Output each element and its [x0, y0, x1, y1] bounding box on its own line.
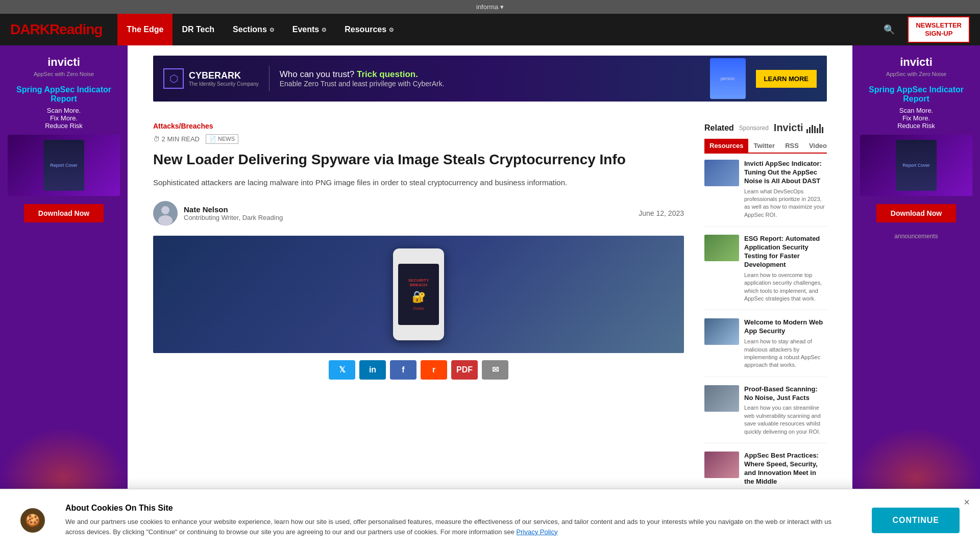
nav-links: The Edge DR Tech Sections ⊙ Events ⊙ Res… [117, 14, 881, 45]
phone-screen: SECURITYBREACH 🔐 Details [398, 264, 439, 325]
article-category[interactable]: Attacks/Breaches [153, 122, 684, 130]
logo-dark: DARK [10, 21, 50, 37]
newsletter-signup-button[interactable]: NEWSLETTER SIGN-UP [908, 16, 970, 42]
share-pdf-button[interactable]: PDF [451, 360, 478, 380]
banner-text: Who can you trust? Trick question. Enabl… [280, 69, 700, 88]
logo-text: DARKReading [10, 21, 102, 37]
logo-reading: Reading [50, 21, 102, 37]
related-item-3-desc: Learn how to stay ahead of malicious att… [744, 338, 827, 369]
nav-dr-tech[interactable]: DR Tech [173, 14, 224, 45]
banner-cta-button[interactable]: LEARN MORE [756, 70, 817, 88]
share-email-button[interactable]: ✉ [482, 360, 508, 380]
related-title: Related [704, 123, 734, 133]
informa-label[interactable]: informa [476, 3, 498, 11]
related-item-3-title[interactable]: Welcome to Modern Web App Security [744, 318, 827, 336]
sidebar-right-image: Report Cover [860, 135, 972, 196]
social-share-bar: 𝕏 in f r PDF ✉ [153, 360, 684, 380]
author-avatar [153, 201, 178, 226]
invicti-sidebar-logo: Invicti [774, 122, 823, 134]
related-thumb-2 [704, 235, 739, 261]
related-thumb-3 [704, 318, 739, 345]
related-item-4-content: Proof-Based Scanning: No Noise, Just Fac… [744, 385, 827, 436]
related-item-4-title[interactable]: Proof-Based Scanning: No Noise, Just Fac… [744, 385, 827, 403]
search-icon[interactable]: 🔍 [881, 21, 897, 38]
sidebar-left-image: Report Cover [8, 135, 120, 196]
main-content: ⬡ CYBERARK The Identity Security Company… [128, 45, 852, 530]
share-reddit-button[interactable]: r [421, 360, 447, 380]
sidebar-left-image-inner: Report Cover [43, 140, 84, 191]
sidebar-left-brand: invicti [47, 56, 80, 69]
sidebar-left-tagline: AppSec with Zero Noise [34, 71, 94, 77]
author-info: Nate Nelson Contributing Writer, Dark Re… [184, 205, 639, 221]
sidebar-right-download-button[interactable]: Download Now [876, 204, 956, 222]
banner-person-image: person [710, 58, 746, 99]
nav-events[interactable]: Events ⊙ [283, 14, 335, 45]
nav-resources[interactable]: Resources ⊙ [335, 14, 403, 45]
close-icon[interactable]: × [964, 496, 970, 508]
svg-point-2 [158, 215, 173, 226]
sidebar-right-ad-title: Spring AppSec Indicator Report [860, 85, 972, 104]
sidebar-right-brand: invicti [900, 56, 933, 69]
navigation: DARKReading The Edge DR Tech Sections ⊙ … [0, 14, 980, 45]
sidebar-left-ad-title: Spring AppSec Indicator Report [8, 85, 120, 104]
author-avatar-image [153, 201, 178, 226]
share-linkedin-button[interactable]: in [359, 360, 386, 380]
article-meta: ⏱ 2 MIN READ 📄 NEWS [153, 134, 684, 144]
cookie-icon: 🍪 [20, 508, 45, 533]
sidebar-right-tagline: AppSec with Zero Noise [886, 71, 946, 77]
cyberark-icon: ⬡ [163, 68, 184, 89]
details-text: Details [413, 307, 424, 310]
lock-icon: 🔐 [412, 290, 426, 304]
related-tab-video[interactable]: Video [804, 139, 832, 153]
page-layout: invicti AppSec with Zero Noise Spring Ap… [0, 45, 980, 530]
svg-point-1 [161, 206, 169, 214]
related-item-1-title[interactable]: Invicti AppSec Indicator: Tuning Out the… [744, 160, 827, 186]
author-name[interactable]: Nate Nelson [184, 205, 639, 214]
cookie-title: About Cookies On This Site [65, 504, 851, 513]
sidebar-right-ad: invicti AppSec with Zero Noise Spring Ap… [852, 45, 980, 530]
related-item-1-desc: Learn what DevSecOps professionals prior… [744, 188, 827, 219]
related-item-2-title[interactable]: ESG Report: Automated Application Securi… [744, 235, 827, 269]
related-item-2-desc: Learn how to overcome top application se… [744, 271, 827, 303]
related-thumb-5 [704, 452, 739, 478]
nav-sections[interactable]: Sections ⊙ [224, 14, 283, 45]
privacy-policy-link[interactable]: Privacy Policy [517, 528, 558, 536]
sidebar-left-desc: Scan More. Fix More. Reduce Risk [45, 107, 83, 130]
related-item-3-content: Welcome to Modern Web App Security Learn… [744, 318, 827, 369]
related-item: Invicti AppSec Indicator: Tuning Out the… [704, 160, 827, 227]
sidebar-left-ad: invicti AppSec with Zero Noise Spring Ap… [0, 45, 128, 530]
related-tab-resources[interactable]: Resources [704, 139, 748, 153]
share-twitter-button[interactable]: 𝕏 [329, 360, 355, 380]
cookie-text: We and our partners use cookies to enhan… [65, 517, 851, 537]
banner-ad[interactable]: ⬡ CYBERARK The Identity Security Company… [153, 56, 827, 102]
related-item-4-desc: Learn how you can streamline web vulnera… [744, 404, 827, 436]
related-item-1-content: Invicti AppSec Indicator: Tuning Out the… [744, 160, 827, 219]
article-area: Attacks/Breaches ⏱ 2 MIN READ 📄 NEWS New… [128, 112, 852, 530]
related-tabs: Resources Twitter RSS Video [704, 139, 827, 154]
sections-chevron: ⊙ [270, 27, 274, 33]
resources-chevron: ⊙ [389, 27, 394, 33]
events-chevron: ⊙ [322, 27, 326, 33]
sidebar-left-download-button[interactable]: Download Now [24, 204, 104, 222]
nav-the-edge[interactable]: The Edge [117, 14, 173, 45]
author-role: Contributing Writer, Dark Reading [184, 214, 639, 221]
cyberark-logo: ⬡ CYBERARK The Identity Security Company [163, 68, 259, 89]
related-tab-twitter[interactable]: Twitter [748, 139, 780, 153]
logo[interactable]: DARKReading [10, 21, 102, 38]
article-title: New Loader Delivering Spyware via Image … [153, 151, 684, 168]
continue-button[interactable]: CONTINUE [872, 508, 960, 533]
cookie-content: About Cookies On This Site We and our pa… [65, 504, 851, 537]
banner-divider [269, 66, 270, 91]
informa-bar: informa ▾ [0, 0, 980, 14]
phone-visual: SECURITYBREACH 🔐 Details [393, 248, 444, 340]
announcements-label: announcements [894, 233, 938, 240]
article-read-time: ⏱ 2 MIN READ [153, 135, 200, 143]
share-facebook-button[interactable]: f [390, 360, 416, 380]
article-main: Attacks/Breaches ⏱ 2 MIN READ 📄 NEWS New… [153, 122, 684, 519]
related-item-5-title[interactable]: AppSec Best Practices: Where Speed, Secu… [744, 452, 827, 486]
related-item-3: Welcome to Modern Web App Security Learn… [704, 318, 827, 377]
sponsored-badge: Sponsored [739, 124, 769, 132]
related-item-2: ESG Report: Automated Application Securi… [704, 235, 827, 310]
related-tab-rss[interactable]: RSS [780, 139, 804, 153]
related-header: Related Sponsored Invicti [704, 122, 827, 134]
